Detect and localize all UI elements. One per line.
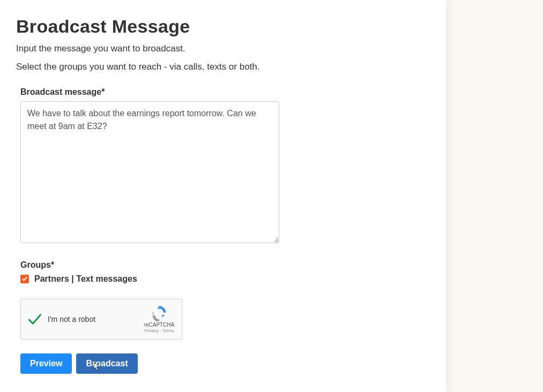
button-row: Preview Broadcast	[16, 353, 430, 374]
group-label: Partners | Text messages	[34, 274, 137, 284]
checkbox-checked-icon[interactable]	[20, 275, 29, 283]
message-section: Broadcast message*	[16, 87, 430, 245]
recaptcha-brand: reCAPTCHA	[144, 322, 175, 328]
intro-line-1: Input the message you want to broadcast.	[16, 43, 430, 54]
checkmark-icon	[27, 312, 42, 327]
broadcast-button[interactable]: Broadcast	[76, 353, 137, 374]
groups-label: Groups*	[20, 260, 430, 270]
preview-button[interactable]: Preview	[20, 353, 72, 374]
message-textarea[interactable]	[20, 101, 279, 243]
broadcast-card: Broadcast Message Input the message you …	[0, 0, 446, 392]
message-label: Broadcast message*	[16, 87, 430, 97]
recaptcha-text: I'm not a robot	[48, 315, 143, 323]
recaptcha-logo-icon	[151, 305, 167, 321]
recaptcha-links[interactable]: Privacy - Terms	[145, 328, 174, 333]
intro-line-2: Select the groups you want to reach - vi…	[16, 62, 430, 72]
recaptcha-widget[interactable]: I'm not a robot reCAPTCHA Privacy - Term…	[20, 299, 182, 340]
page-title: Broadcast Message	[16, 16, 430, 37]
group-row[interactable]: Partners | Text messages	[20, 274, 430, 284]
recaptcha-branding: reCAPTCHA Privacy - Terms	[143, 305, 175, 333]
groups-section: Groups* Partners | Text messages	[16, 260, 430, 284]
